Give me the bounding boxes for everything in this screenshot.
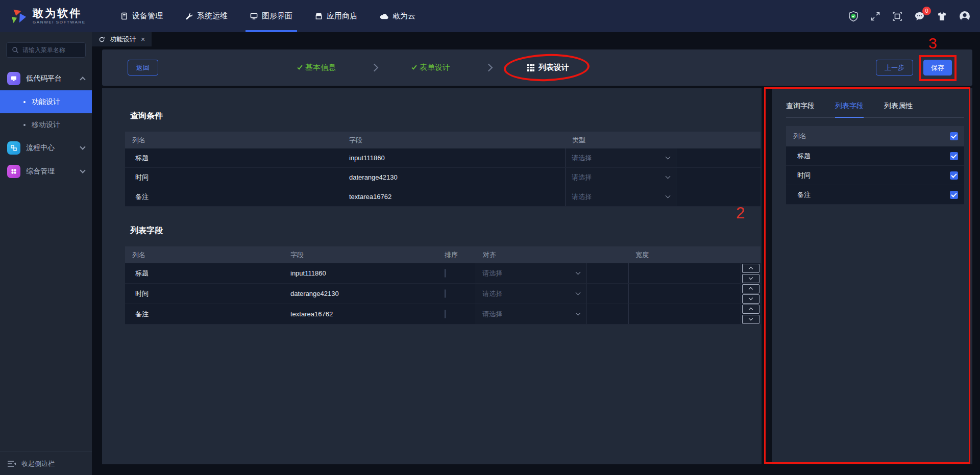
main-nav: 设备管理 系统运维 图形界面 应用商店 敢为云 [109, 0, 427, 32]
column-header-type: 类型 [565, 136, 676, 145]
topbar: 敢为软件 GANWEI SOFTWARE 设备管理 系统运维 图形界面 应用商店… [0, 0, 980, 32]
type-select[interactable]: 请选择 [565, 168, 676, 187]
bullet-dot [23, 124, 26, 126]
nav-label: 设备管理 [132, 11, 163, 21]
tab-list-properties[interactable]: 列表属性 [884, 102, 913, 117]
sidebar-menu: 低代码平台 功能设计 移动设计 流程中心 综合管理 [0, 67, 92, 183]
nav-item-device-management[interactable]: 设备管理 [109, 0, 174, 32]
align-select[interactable]: 请选择 [476, 304, 586, 324]
field-checkbox[interactable] [950, 191, 958, 199]
theme-shirt-icon[interactable] [936, 11, 948, 22]
chevron-down-icon [666, 193, 671, 198]
sidebar-item-function-design[interactable]: 功能设计 [0, 90, 92, 113]
user-avatar-icon[interactable] [959, 10, 971, 22]
column-header-width: 宽度 [628, 251, 741, 260]
tab-query-fields[interactable]: 查询字段 [786, 102, 815, 117]
select-all-checkbox[interactable] [950, 132, 958, 140]
sort-checkbox[interactable] [445, 269, 446, 278]
field-label: 备注 [797, 190, 811, 199]
select-placeholder: 请选择 [572, 173, 592, 182]
nav-item-graphic-interface[interactable]: 图形界面 [239, 0, 304, 32]
save-button[interactable]: 保存 [923, 60, 952, 76]
refresh-icon[interactable] [99, 36, 105, 43]
field-settings-panel: 查询字段 列表字段 列表属性 列名 标题 时间 备注 [772, 88, 972, 464]
sidebar-item-process-center[interactable]: 流程中心 [0, 136, 92, 160]
chevron-up-icon [749, 308, 753, 312]
tab-list-fields[interactable]: 列表字段 [835, 102, 864, 117]
messages-icon[interactable]: 0 [914, 11, 925, 22]
header-label: 列名 [793, 132, 806, 141]
step-separator-chevron-icon [485, 64, 493, 72]
table-header: 列名 字段 排序 对齐 宽度 [125, 246, 761, 263]
tab-function-design[interactable]: 功能设计 × [92, 32, 152, 46]
field-checkbox[interactable] [950, 152, 958, 160]
sidebar-item-lowcode-platform[interactable]: 低代码平台 [0, 67, 92, 90]
chevron-down-icon [666, 174, 671, 179]
sidebar: 低代码平台 功能设计 移动设计 流程中心 综合管理 收起侧边栏 [0, 32, 92, 475]
width-cell[interactable] [628, 263, 741, 283]
column-header-align: 对齐 [476, 251, 586, 260]
nav-label: 应用商店 [327, 11, 357, 21]
nav-label: 系统运维 [197, 11, 228, 21]
row-field: textarea16762 [283, 310, 437, 318]
nav-item-app-store[interactable]: 应用商店 [304, 0, 369, 32]
chevron-down-icon [80, 167, 85, 173]
previous-step-button[interactable]: 上一步 [876, 60, 913, 76]
move-up-button[interactable] [742, 284, 760, 293]
select-placeholder: 请选择 [572, 192, 592, 202]
move-up-button[interactable] [742, 305, 760, 314]
fullscreen-icon[interactable] [870, 11, 881, 22]
chevron-down-icon [576, 311, 581, 316]
collapse-sidebar-icon [7, 460, 16, 467]
save-button-wrap: 保存 3 [923, 60, 952, 76]
chevron-up-icon [80, 77, 85, 82]
store-icon [315, 12, 323, 20]
row-move-controls [741, 304, 761, 324]
tab-close-icon[interactable]: × [141, 35, 145, 43]
align-select[interactable]: 请选择 [476, 263, 586, 283]
align-select[interactable]: 请选择 [476, 284, 586, 304]
collapse-sidebar-button[interactable]: 收起侧边栏 [0, 452, 92, 475]
chevron-down-icon [749, 296, 753, 300]
type-select[interactable]: 请选择 [565, 148, 676, 167]
sort-checkbox[interactable] [445, 310, 446, 318]
nav-item-ganwei-cloud[interactable]: 敢为云 [369, 0, 427, 32]
device-icon [120, 12, 128, 20]
nav-item-system-ops[interactable]: 系统运维 [174, 0, 239, 32]
column-header-name: 列名 [125, 251, 283, 260]
select-placeholder: 请选择 [482, 269, 502, 278]
wrench-icon [185, 12, 193, 20]
content-row: 查询条件 列名 字段 类型 标题 input111860 请选择 时间 date… [102, 88, 972, 464]
move-up-button[interactable] [742, 264, 760, 273]
row-name: 标题 [125, 154, 342, 163]
topbar-actions: 0 [848, 10, 980, 22]
tab-label: 功能设计 [110, 35, 136, 44]
row-field: daterange42130 [283, 290, 437, 297]
table-row: 标题 input111860 请选择 [125, 263, 761, 284]
width-cell[interactable] [628, 304, 741, 324]
table-row: 备注 textarea16762 请选择 [125, 187, 761, 207]
width-cell[interactable] [628, 284, 741, 304]
move-down-button[interactable] [742, 274, 760, 283]
lowcode-platform-icon [7, 72, 20, 85]
search-input[interactable] [22, 46, 80, 54]
shield-check-icon[interactable] [848, 11, 859, 22]
move-down-button[interactable] [742, 294, 760, 304]
chevron-down-icon [80, 144, 85, 149]
process-center-icon [7, 141, 20, 155]
comprehensive-management-icon [7, 165, 20, 178]
sidebar-item-label: 移动设计 [32, 120, 60, 130]
field-toggle-list: 列名 标题 时间 备注 [786, 126, 964, 205]
chevron-down-icon [576, 290, 581, 295]
sidebar-item-mobile-design[interactable]: 移动设计 [0, 113, 92, 136]
field-checkbox[interactable] [950, 171, 958, 180]
step-label: 列表设计 [538, 63, 569, 72]
screenshot-frame-icon[interactable] [892, 11, 903, 22]
back-button[interactable]: 返回 [128, 60, 158, 76]
sort-checkbox[interactable] [445, 289, 446, 298]
move-down-button[interactable] [742, 315, 760, 324]
cloud-icon [380, 13, 388, 20]
sidebar-item-comprehensive-management[interactable]: 综合管理 [0, 160, 92, 183]
type-select[interactable]: 请选择 [565, 187, 676, 206]
row-move-controls [741, 263, 761, 283]
